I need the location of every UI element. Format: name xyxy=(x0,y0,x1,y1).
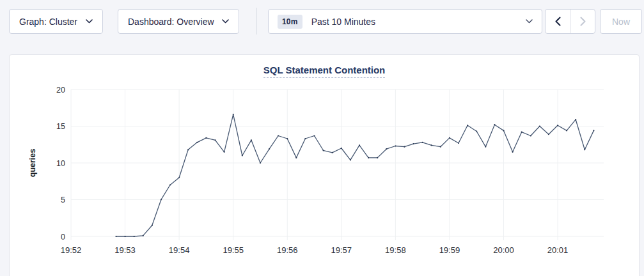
svg-text:19:52: 19:52 xyxy=(61,245,82,255)
svg-text:19:54: 19:54 xyxy=(169,245,190,255)
time-next-button[interactable] xyxy=(570,10,595,33)
chevron-right-icon xyxy=(580,17,586,26)
svg-text:20: 20 xyxy=(56,86,65,95)
svg-text:5: 5 xyxy=(61,195,65,204)
svg-text:10: 10 xyxy=(56,159,65,168)
time-range-label: Past 10 Minutes xyxy=(311,17,375,27)
svg-text:19:56: 19:56 xyxy=(277,245,298,255)
chevron-down-icon xyxy=(86,19,93,24)
time-nav-control xyxy=(545,9,595,34)
svg-text:19:58: 19:58 xyxy=(385,245,406,255)
svg-text:19:57: 19:57 xyxy=(331,245,352,255)
svg-text:20:01: 20:01 xyxy=(547,245,569,255)
chevron-down-icon xyxy=(222,19,229,24)
svg-text:15: 15 xyxy=(56,122,65,131)
svg-text:queries: queries xyxy=(28,149,37,178)
svg-text:19:53: 19:53 xyxy=(114,245,136,255)
divider xyxy=(256,8,257,34)
time-range-badge: 10m xyxy=(278,15,302,29)
graph-selector-label: Graph: Cluster xyxy=(19,17,77,27)
svg-text:19:59: 19:59 xyxy=(439,245,460,255)
now-button[interactable]: Now xyxy=(600,9,642,34)
svg-text:20:00: 20:00 xyxy=(493,245,514,255)
chevron-left-icon xyxy=(555,17,561,26)
dashboard-selector-dropdown[interactable]: Dashboard: Overview xyxy=(118,9,239,34)
svg-text:19:55: 19:55 xyxy=(223,245,244,255)
time-prev-button[interactable] xyxy=(546,10,570,33)
line-chart[interactable]: 0510152019:5219:5319:5419:5519:5619:5719… xyxy=(10,55,640,272)
chevron-down-icon xyxy=(526,19,533,24)
chart-card: SQL Statement Contention 0510152019:5219… xyxy=(9,54,640,276)
time-range-selector[interactable]: 10m Past 10 Minutes xyxy=(268,9,542,34)
dashboard-selector-label: Dashboard: Overview xyxy=(128,17,214,27)
svg-text:0: 0 xyxy=(61,233,65,241)
graph-selector-dropdown[interactable]: Graph: Cluster xyxy=(9,9,103,34)
